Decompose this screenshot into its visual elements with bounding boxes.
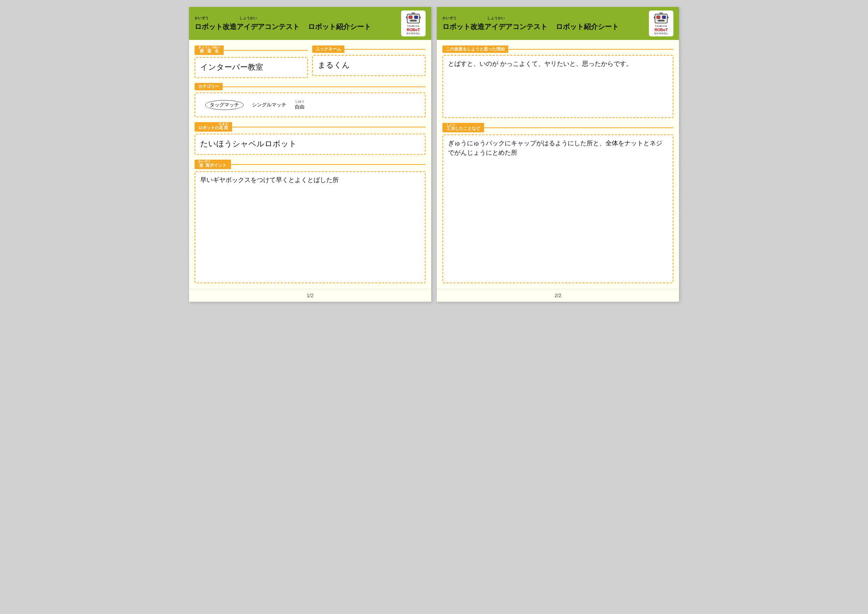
page2-furigana-1: かいぞう <box>442 16 456 21</box>
svg-rect-10 <box>658 20 664 21</box>
logo-robot-2: ROBoT <box>654 28 668 32</box>
robot-name-value: たいほうシャベルロボット <box>200 140 297 148</box>
robot-name-field: たいほうシャベルロボット <box>195 134 426 155</box>
nickname-label: ニックネーム <box>312 45 344 53</box>
classroom-label: 教室名きょうしつめい <box>195 45 224 55</box>
svg-rect-2 <box>414 16 418 19</box>
ideas-section: 工夫くふうしたことなど ぎゅうにゅうパックにキャップがはるようにした所と、全体を… <box>442 123 673 283</box>
ideas-value: ぎゅうにゅうパックにキャップがはるようにした所と、全体をナットとネジでがんじょう… <box>448 140 662 156</box>
page-1-title: かいぞう しょうかい ロボット改造アイデアコンテスト ロボット紹介シート <box>195 16 371 31</box>
logo-tamiya-2: TAMIYA <box>655 25 667 28</box>
svg-rect-11 <box>654 17 655 19</box>
logo-tamiya: TAMIYA <box>407 25 419 28</box>
reason-field: とばすと、いのが かっこよくて、ヤリたいと、思ったからです。 <box>442 55 673 118</box>
page-1-content: 教室名きょうしつめい インターパー教室 ニックネーム まるくん <box>189 40 431 289</box>
furigana-2 <box>210 16 238 21</box>
classroom-ruby: 教室名きょうしつめい <box>198 49 220 54</box>
page-1-footer: 1/2 <box>189 289 431 302</box>
svg-rect-8 <box>657 16 660 19</box>
improvement-value: 早いギヤボックスをつけて早くとよくとばした所 <box>200 177 339 183</box>
category-label: カテゴリー <box>195 83 223 90</box>
ideas-label: 工夫くふうしたことなど <box>442 123 484 132</box>
page-2-header: かいぞう しょうかい ロボット改造アイデアコンテスト ロボット紹介シート <box>437 7 679 40</box>
robot-logo-icon-2 <box>653 12 670 25</box>
page-2: かいぞう しょうかい ロボット改造アイデアコンテスト ロボット紹介シート <box>437 7 679 302</box>
title-part2: ロボット紹介シート <box>308 22 371 31</box>
classroom-nickname-row: 教室名きょうしつめい インターパー教室 ニックネーム まるくん <box>195 45 426 78</box>
logo-school-2: SCHOOL <box>654 32 668 35</box>
page2-furigana-2 <box>458 16 486 21</box>
svg-rect-9 <box>662 16 666 19</box>
logo-box-2: TAMIYA ROBoT SCHOOL <box>649 11 673 36</box>
svg-rect-3 <box>410 20 417 21</box>
logo-box-1: TAMIYA ROBoT SCHOOL <box>401 11 426 36</box>
improvement-ruby: 改造かいぞう <box>198 163 210 167</box>
robot-name-section: ロボットの名前なまえ たいほうシャベルロボット <box>195 122 426 155</box>
page-2-title: かいぞう しょうかい ロボット改造アイデアコンテスト ロボット紹介シート <box>442 16 619 31</box>
robot-name-label: ロボットの名前なまえ <box>195 122 232 132</box>
page2-furigana-3: しょうかい <box>487 16 505 21</box>
improvement-section: 改造かいぞうポイント 早いギヤボックスをつけて早くとよくとばした所 <box>195 160 426 283</box>
page-1: かいぞう しょうかい ロボット改造アイデアコンテスト ロボット紹介シート <box>189 7 431 302</box>
svg-rect-13 <box>659 12 663 15</box>
nickname-value: まるくん <box>318 60 350 69</box>
category-free: じゆう 自由 <box>295 99 304 110</box>
category-section: カテゴリー タッグマッチ シングルマッチ じゆう 自由 <box>195 83 426 117</box>
improvement-label: 改造かいぞうポイント <box>195 160 231 169</box>
page-2-number: 2/2 <box>554 293 561 298</box>
nickname-field: まるくん <box>312 55 426 76</box>
svg-rect-12 <box>668 17 668 19</box>
ideas-ruby: 工夫くふう <box>446 126 455 131</box>
svg-rect-5 <box>420 17 421 19</box>
category-single-match: シングルマッチ <box>252 102 286 108</box>
page-2-content: この改造をしようと思った理由 とばすと、いのが かっこよくて、ヤリたいと、思った… <box>437 40 679 289</box>
ideas-field: ぎゅうにゅうパックにキャップがはるようにした所と、全体をナットとネジでがんじょう… <box>442 135 673 283</box>
page-1-number: 1/2 <box>307 293 313 298</box>
category-field: タッグマッチ シングルマッチ じゆう 自由 <box>195 92 426 117</box>
svg-rect-6 <box>412 12 415 15</box>
reason-value: とばすと、いのが かっこよくて、ヤリたいと、思ったからです。 <box>448 60 632 67</box>
logo-robot: ROBoT <box>407 28 420 32</box>
reason-label: この改造をしようと思った理由 <box>442 45 508 53</box>
classroom-value: インターパー教室 <box>200 63 263 71</box>
svg-rect-4 <box>406 17 407 19</box>
improvement-field: 早いギヤボックスをつけて早くとよくとばした所 <box>195 171 426 283</box>
logo-school: SCHOOL <box>406 32 420 35</box>
title-part1: ロボット改造アイデアコンテスト <box>195 22 299 31</box>
page2-title-part1: ロボット改造アイデアコンテスト <box>442 22 547 31</box>
page-1-header: かいぞう しょうかい ロボット改造アイデアコンテスト ロボット紹介シート <box>189 7 431 40</box>
nickname-section: ニックネーム まるくん <box>312 45 426 78</box>
category-tag-match: タッグマッチ <box>205 100 243 110</box>
category-options: タッグマッチ シングルマッチ じゆう 自由 <box>200 97 420 113</box>
robot-name-ruby: 名前なまえ <box>219 125 228 130</box>
reason-section: この改造をしようと思った理由 とばすと、いのが かっこよくて、ヤリたいと、思った… <box>442 45 673 118</box>
classroom-section: 教室名きょうしつめい インターパー教室 <box>195 45 308 78</box>
robot-logo-icon <box>405 12 422 25</box>
svg-rect-1 <box>409 16 412 19</box>
classroom-field: インターパー教室 <box>195 57 308 78</box>
page-2-footer: 2/2 <box>437 289 679 302</box>
furigana-1: かいぞう <box>195 16 209 21</box>
pages-container: かいぞう しょうかい ロボット改造アイデアコンテスト ロボット紹介シート <box>189 7 679 302</box>
furigana-3: しょうかい <box>239 16 257 21</box>
page2-title-part2: ロボット紹介シート <box>556 22 619 31</box>
